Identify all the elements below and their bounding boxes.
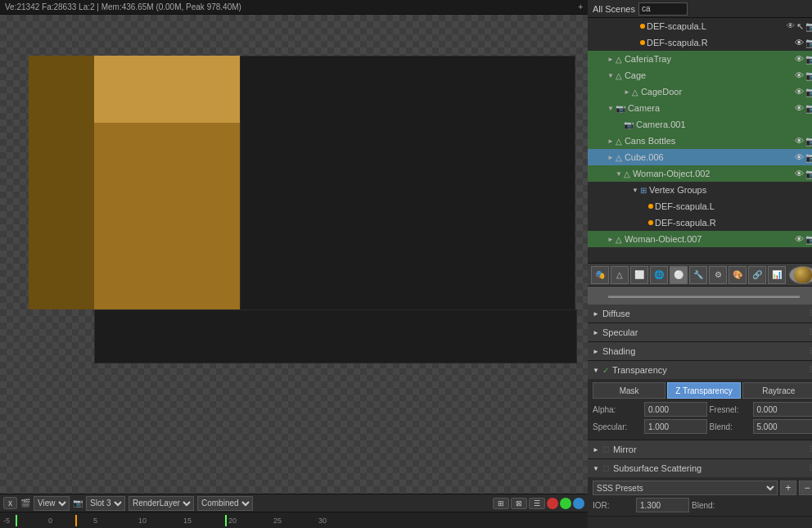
tree-item-camera[interactable]: 📷 Camera 👁 📷: [588, 100, 812, 116]
tool-btn-1[interactable]: 🎭: [591, 266, 609, 284]
img-control-2[interactable]: ⊠: [511, 498, 527, 509]
shading-header[interactable]: ► Shading ⠿: [588, 342, 812, 360]
tree-item-def-scapula-l-2[interactable]: DEF-scapula.L: [588, 198, 812, 214]
raytrace-button[interactable]: Raytrace: [742, 382, 812, 399]
sss-expand-icon: ▼: [593, 465, 599, 472]
item-label: Vertex Groups: [649, 185, 812, 195]
item-label: DEF-scapula.L: [655, 201, 812, 211]
combined-select[interactable]: Combined: [197, 496, 253, 511]
tool-btn-7[interactable]: ⚙: [709, 266, 727, 284]
section-drag-dots: ⠿: [809, 327, 812, 338]
close-viewport-button[interactable]: x: [3, 497, 17, 509]
slot-select[interactable]: Slot 3: [86, 496, 125, 511]
timeline-playhead: [75, 515, 77, 526]
item-label: Cube.006: [625, 152, 795, 162]
3d-scene: [29, 56, 577, 383]
record-button[interactable]: [547, 498, 558, 509]
img-control-1[interactable]: ⊞: [493, 498, 509, 509]
mirror-header[interactable]: ► ☐ Mirror ⠿: [588, 440, 812, 458]
mesh-icon: △: [616, 153, 622, 162]
dot-icon: [648, 220, 653, 225]
ior-value[interactable]: 1.300: [636, 498, 689, 512]
sss-header[interactable]: ▼ ☐ Subsurface Scattering ⠿: [588, 459, 812, 477]
tree-item-woman-002[interactable]: △ Woman-Object.002 👁 📷: [588, 165, 812, 182]
expand-icon: [607, 236, 614, 243]
tree-item-def-scapula-r-2[interactable]: DEF-scapula.R: [588, 214, 812, 231]
transparency-section: ▼ ✓ Transparency ⠿ Mask Z Transparency R…: [588, 361, 812, 440]
audio-button[interactable]: [573, 498, 584, 509]
item-label: Woman-Obiect.007: [625, 234, 795, 244]
expand-icon: [607, 72, 614, 79]
z-transparency-button[interactable]: Z Transparency: [667, 382, 740, 399]
eye-icon: 👁: [795, 136, 804, 147]
transparency-content: Mask Z Transparency Raytrace Alpha: 0.00…: [588, 379, 812, 440]
dot-icon: [640, 40, 645, 45]
material-sphere-preview: [789, 266, 812, 284]
tree-item-cafeteria-tray[interactable]: △ CaferiaTray 👁 📷: [588, 51, 812, 67]
tool-btn-6[interactable]: 🔧: [689, 266, 707, 284]
tree-item-woman-007[interactable]: △ Woman-Obiect.007 👁 📷: [588, 231, 812, 247]
sss-add-button[interactable]: +: [780, 481, 796, 495]
tree-item-def-scapula-l-1[interactable]: DEF-scapula.L 👁 ↖ 📷: [588, 18, 812, 34]
shading-expand-icon: ►: [593, 348, 599, 355]
sss-presets-select[interactable]: SSS Presets: [593, 481, 778, 495]
expand-icon: [607, 105, 614, 112]
tree-item-def-scapula-r-1[interactable]: DEF-scapula.R 👁 📷: [588, 34, 812, 51]
tool-btn-4[interactable]: 🌐: [650, 266, 668, 284]
mesh-icon: △: [616, 235, 622, 244]
blend-label: Blend:: [710, 422, 751, 431]
mask-button[interactable]: Mask: [593, 382, 665, 399]
item-label: Camera.001: [636, 120, 812, 129]
item-label: Cans Bottles: [625, 136, 795, 146]
scene-tree: DEF-scapula.L 👁 ↖ 📷 DEF-scapula.R 👁 📷: [588, 18, 812, 264]
sss-section: ▼ ☐ Subsurface Scattering ⠿ SSS Presets …: [588, 459, 812, 517]
camera-icon: 📷: [616, 104, 625, 113]
item-icons: 👁 📷: [795, 70, 812, 81]
tool-btn-3[interactable]: ⬜: [630, 266, 648, 284]
transparency-checkbox[interactable]: ✓: [602, 366, 609, 375]
fresnel-value[interactable]: 0.000: [753, 402, 813, 417]
3d-viewport[interactable]: [0, 15, 588, 494]
tree-item-cage-door[interactable]: △ CageDoor 👁 📷: [588, 83, 812, 100]
ior-row: IOR: 1.300 Blend:: [593, 498, 812, 512]
expand-icon: [624, 88, 630, 96]
tick-20: 20: [228, 517, 237, 525]
tool-btn-2[interactable]: △: [611, 266, 629, 284]
img-control-3[interactable]: ☰: [529, 498, 545, 509]
viewport-controls: x 🎬 View 📷 Slot 3 RenderLayer Combined ⊞…: [0, 494, 588, 512]
diffuse-header[interactable]: ► Diffuse ⠿: [588, 305, 812, 323]
tool-btn-5[interactable]: ⚪: [670, 266, 688, 284]
mesh-icon: △: [616, 137, 622, 146]
mirror-checkbox[interactable]: ☐: [602, 445, 610, 454]
specular-header[interactable]: ► Specular ⠿: [588, 323, 812, 341]
render-layer-select[interactable]: RenderLayer: [129, 496, 194, 511]
sss-checkbox[interactable]: ☐: [602, 464, 610, 473]
tree-item-cage[interactable]: △ Cage 👁 📷: [588, 67, 812, 83]
tree-item-cube-006[interactable]: △ Cube.006 👁 📷: [588, 149, 812, 165]
sss-remove-button[interactable]: −: [799, 481, 812, 495]
tool-btn-10[interactable]: 📊: [768, 266, 786, 284]
specular-title: Specular: [602, 327, 638, 337]
eye-icon: 👁: [795, 103, 804, 114]
tree-item-vertex-groups[interactable]: ⊞ Vertex Groups: [588, 182, 812, 198]
item-label: DEF-scapula.R: [647, 38, 795, 47]
item-icons: 👁 📷: [795, 136, 812, 147]
tree-item-cans-bottles[interactable]: △ Cans Bottles 👁 📷: [588, 133, 812, 149]
cube-face-top: [94, 56, 241, 123]
section-drag-dots: ⠿: [809, 365, 812, 376]
specular-value[interactable]: 1.000: [644, 419, 707, 434]
view-select[interactable]: View: [34, 496, 70, 511]
tick-10: 10: [138, 517, 147, 525]
transparency-header[interactable]: ▼ ✓ Transparency ⠿: [588, 361, 812, 379]
material-panel: 🎭 △ ⬜ 🌐 ⚪ 🔧 ⚙ 🎨 🔗 📊 ▬▬▬▬▬▬▬▬▬▬▬▬▬▬▬▬▬▬▬▬…: [588, 264, 812, 528]
tool-btn-8[interactable]: 🎨: [729, 266, 747, 284]
timeline[interactable]: -5 0 5 10 15 20 25 30: [0, 512, 588, 528]
scene-search-input[interactable]: [638, 2, 688, 16]
render-icon: 📷: [805, 152, 812, 163]
blend-value[interactable]: 5.000: [753, 419, 813, 434]
tool-btn-9[interactable]: 🔗: [748, 266, 766, 284]
item-label: Woman-Object.002: [633, 169, 795, 178]
alpha-value[interactable]: 0.000: [644, 402, 707, 417]
play-button[interactable]: [560, 498, 571, 509]
tree-item-camera-001[interactable]: 📷 Camera.001: [588, 116, 812, 133]
